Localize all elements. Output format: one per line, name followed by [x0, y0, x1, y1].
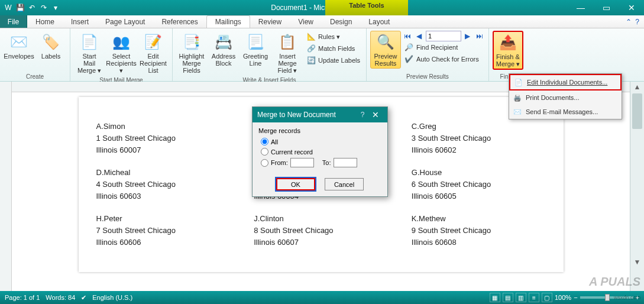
email-icon: ✉️: [513, 107, 522, 117]
address-icon: 📇: [214, 33, 233, 51]
start-mail-merge-button[interactable]: 📄Start Mail Merge ▾: [74, 31, 105, 76]
record: D.Micheal4 South Street ChicagoIllinois …: [96, 167, 231, 202]
rules-button[interactable]: 📐Rules ▾: [304, 31, 363, 43]
minimize-ribbon-icon[interactable]: ⌃: [626, 18, 632, 26]
radio-all[interactable]: All: [258, 137, 381, 147]
dialog-title: Merge to New Document: [257, 111, 336, 119]
highlight-icon: 📑: [182, 33, 201, 51]
scroll-thumb[interactable]: [632, 93, 642, 129]
vertical-scrollbar[interactable]: ▲ ▼: [630, 82, 644, 291]
title-bar: W 💾 ↶ ↷ ▾ Document1 - Microsoft Word Tab…: [0, 0, 644, 15]
next-record-button[interactable]: ▶: [462, 31, 473, 41]
radio-from[interactable]: From: To:: [258, 157, 381, 169]
find-recipient-button[interactable]: 🔎Find Recipient: [402, 41, 485, 53]
dialog-help-button[interactable]: ?: [357, 111, 368, 119]
file-tab[interactable]: File: [0, 15, 27, 28]
vertical-ruler[interactable]: [0, 82, 12, 291]
help-icon[interactable]: ?: [635, 18, 639, 26]
tab-insert[interactable]: Insert: [63, 15, 97, 28]
send-email-item[interactable]: ✉️Send E-mail Messages...: [509, 105, 622, 119]
rules-icon: 📐: [306, 32, 316, 41]
view-draft-button[interactable]: ▢: [542, 293, 552, 302]
prev-record-button[interactable]: ◀: [414, 31, 425, 41]
dialog-close-button[interactable]: ✕: [368, 110, 383, 119]
finish-icon: 📤: [499, 33, 517, 52]
to-input[interactable]: [334, 158, 357, 167]
context-tab-header: Table Tools: [325, 0, 408, 15]
finish-merge-dropdown: 📄Edit Individual Documents... 🖨️Print Do…: [509, 73, 622, 119]
recipients-icon: 👥: [112, 33, 131, 51]
redo-icon[interactable]: ↷: [39, 3, 48, 12]
tab-references[interactable]: References: [153, 15, 206, 28]
save-icon[interactable]: 💾: [15, 3, 25, 12]
first-record-button[interactable]: ⏮: [402, 31, 413, 41]
zoom-out-button[interactable]: −: [574, 294, 577, 301]
radio-all-input[interactable]: [261, 138, 268, 145]
view-outline-button[interactable]: ≡: [529, 293, 539, 302]
tab-page-layout[interactable]: Page Layout: [97, 15, 153, 28]
tab-layout[interactable]: Layout: [360, 15, 398, 28]
labels-button[interactable]: 🏷️Labels: [35, 31, 66, 62]
preview-results-button[interactable]: 🔍Preview Results: [370, 31, 401, 69]
qat-customize-icon[interactable]: ▾: [51, 3, 60, 12]
status-language[interactable]: English (U.S.): [92, 294, 132, 301]
view-web-button[interactable]: ▥: [516, 293, 526, 302]
zoom-knob[interactable]: [605, 294, 610, 301]
proofing-icon[interactable]: ✔: [81, 294, 86, 302]
status-page[interactable]: Page: 1 of 1: [5, 294, 40, 301]
merge-records-label: Merge records: [258, 127, 381, 134]
record: G.House6 South Street ChicagoIllinois 60…: [412, 167, 546, 202]
zoom-slider[interactable]: [580, 296, 633, 299]
radio-current-input[interactable]: [261, 148, 268, 156]
status-words[interactable]: Words: 84: [46, 294, 75, 301]
window-controls: — ▭ ✕: [568, 0, 644, 15]
finish-merge-button[interactable]: 📤Finish & Merge ▾: [493, 31, 523, 70]
scroll-down-icon[interactable]: ▼: [630, 257, 644, 267]
greeting-icon: 📃: [246, 33, 265, 51]
tab-review[interactable]: Review: [250, 15, 290, 28]
record-number-input[interactable]: [426, 31, 461, 41]
undo-icon[interactable]: ↶: [27, 3, 37, 12]
envelopes-button[interactable]: ✉️Envelopes: [4, 31, 34, 62]
tab-view[interactable]: View: [290, 15, 322, 28]
tab-design[interactable]: Design: [322, 15, 360, 28]
minimize-button[interactable]: —: [568, 0, 593, 15]
ok-button[interactable]: OK: [276, 178, 315, 190]
envelope-icon: ✉️: [9, 33, 28, 51]
auto-check-button[interactable]: ✔️Auto Check for Errors: [402, 53, 485, 65]
record: K.Methew9 South Street ChicagoIllinois 6…: [412, 213, 546, 248]
view-print-layout-button[interactable]: ▦: [490, 293, 500, 302]
ribbon-tabs: File Home Insert Page Layout References …: [0, 15, 644, 28]
zoom-in-button[interactable]: +: [636, 294, 639, 301]
match-icon: 🔗: [306, 44, 316, 53]
tab-home[interactable]: Home: [27, 15, 63, 28]
insert-merge-field-button[interactable]: 📋Insert Merge Field ▾: [272, 31, 303, 76]
status-bar: Page: 1 of 1 Words: 84 ✔ English (U.S.) …: [0, 291, 644, 304]
record: H.Peter7 South Street ChicagoIllinois 60…: [96, 213, 231, 248]
print-documents-item[interactable]: 🖨️Print Documents...: [509, 90, 622, 105]
group-preview-results: 🔍Preview Results ⏮ ◀ ▶ ⏭ 🔎Find Recipient…: [367, 28, 489, 81]
dialog-title-bar[interactable]: Merge to New Document ? ✕: [253, 107, 387, 122]
record: C.Greg3 South Street ChicagoIllinois 606…: [412, 121, 546, 156]
select-recipients-button[interactable]: 👥Select Recipients ▾: [106, 31, 137, 76]
tab-mailings[interactable]: Mailings: [206, 15, 250, 28]
last-record-button[interactable]: ⏭: [474, 31, 485, 41]
address-block-button[interactable]: 📇Address Block: [208, 31, 239, 69]
match-fields-button[interactable]: 🔗Match Fields: [304, 43, 363, 54]
radio-current[interactable]: Current record: [258, 147, 381, 157]
edit-individual-documents-item[interactable]: 📄Edit Individual Documents...: [509, 74, 622, 90]
radio-from-input[interactable]: [261, 159, 268, 167]
close-button[interactable]: ✕: [619, 0, 644, 15]
update-labels-button[interactable]: 🔄Update Labels: [304, 54, 363, 66]
group-label: Create: [4, 72, 66, 81]
view-full-screen-button[interactable]: ▤: [503, 293, 513, 302]
record: J.Clinton8 South Street ChicagoIllinois …: [254, 213, 388, 248]
highlight-fields-button[interactable]: 📑Highlight Merge Fields: [176, 31, 207, 76]
cancel-button[interactable]: Cancel: [325, 178, 364, 190]
edit-recipient-list-button[interactable]: 📝Edit Recipient List: [138, 31, 169, 76]
zoom-level[interactable]: 100%: [555, 294, 571, 301]
greeting-line-button[interactable]: 📃Greeting Line: [240, 31, 271, 69]
from-input[interactable]: [290, 158, 314, 167]
maximize-button[interactable]: ▭: [594, 0, 619, 15]
scroll-up-icon[interactable]: ▲: [630, 82, 644, 92]
